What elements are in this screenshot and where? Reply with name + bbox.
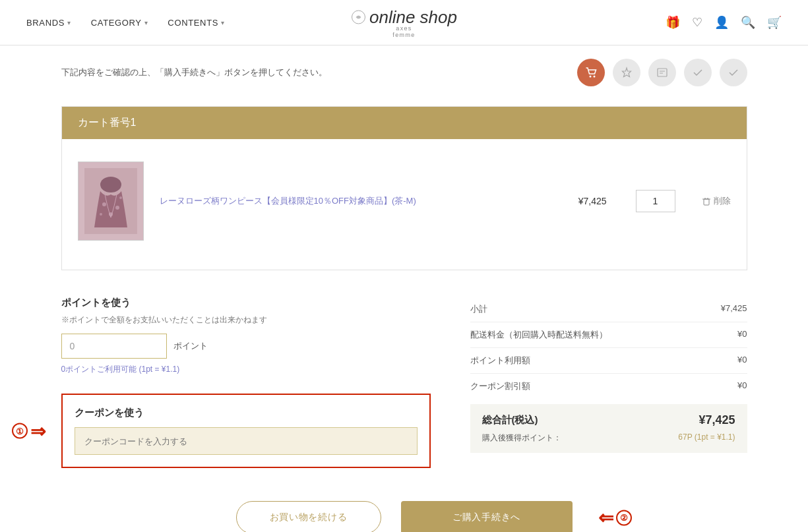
step-1-cart — [577, 59, 605, 86]
points-note: ※ポイントで全額をお支払いいただくことは出来かねます — [61, 314, 431, 326]
points-title: ポイントを使う — [61, 297, 431, 309]
cart-item-details: レーヌローズ柄ワンピース【会員様限定10％OFF対象商品】(茶-M) — [160, 194, 551, 208]
summary-row-coupon: クーポン割引額 ¥0 — [470, 374, 747, 399]
points-unit-label: ポイント — [173, 340, 208, 352]
left-panel: ポイントを使う ※ポイントで全額をお支払いいただくことは出来かねます ポイント … — [61, 297, 431, 468]
brands-chevron-icon: ▾ — [67, 19, 71, 26]
summary-points-row: 購入後獲得ポイント： 67P (1pt = ¥1.1) — [482, 432, 735, 444]
cart-item-quantity — [636, 190, 675, 212]
logo-icon — [351, 10, 365, 24]
annotation-1: ① ⇒ — [12, 420, 46, 442]
nav-category[interactable]: CATEGORY ▾ — [91, 18, 148, 28]
svg-point-11 — [100, 213, 102, 216]
gift-icon[interactable]: 🎁 — [666, 15, 680, 30]
product-image — [78, 162, 144, 241]
action-buttons: お買い物を続ける ご購入手続きへ ⇐ ② — [61, 501, 747, 532]
site-logo[interactable]: online shop axes femme — [351, 7, 457, 38]
svg-point-1 — [589, 76, 591, 78]
bottom-panels: ポイントを使う ※ポイントで全額をお支払いいただくことは出来かねます ポイント … — [61, 297, 747, 468]
checkout-info-text: 下記内容をご確認の上、「購入手続きへ」ボタンを押してください。 — [61, 67, 327, 78]
coupon-title: クーポンを使う — [75, 407, 418, 419]
checkout-btn-wrapper: ご購入手続きへ ⇐ ② — [401, 501, 573, 532]
svg-point-9 — [115, 206, 119, 210]
summary-total-label: 総合計(税込) — [482, 414, 538, 427]
cart-item-price: ¥7,425 — [567, 196, 620, 206]
annotation-2-circle: ② — [616, 510, 632, 525]
step-2 — [613, 59, 640, 86]
annotation-1-circle: ① — [12, 423, 28, 439]
svg-point-10 — [109, 212, 113, 216]
right-panel: 小計 ¥7,425 配送料金（初回購入時配送料無料） ¥0 ポイント利用額 ¥0… — [470, 297, 747, 468]
cart-item: レーヌローズ柄ワンピース【会員様限定10％OFF対象商品】(茶-M) ¥7,42… — [78, 155, 731, 254]
cart-header: カート番号1 — [62, 107, 747, 139]
svg-point-8 — [102, 202, 106, 206]
summary-total-row: 総合計(税込) ¥7,425 — [482, 413, 735, 427]
cart-number: カート番号1 — [78, 117, 137, 128]
annotation-2-arrow: ⇐ — [598, 507, 613, 529]
cart-icon[interactable]: 🛒 — [767, 15, 782, 30]
coupon-outer: ① ⇒ クーポンを使う — [61, 394, 431, 468]
svg-point-2 — [593, 76, 595, 78]
delete-label: 削除 — [714, 195, 731, 207]
logo-text: online shop — [369, 7, 457, 28]
main-content: 下記内容をご確認の上、「購入手続きへ」ボタンを押してください。 — [35, 45, 774, 532]
points-input[interactable] — [61, 334, 167, 359]
annotation-1-arrow: ⇒ — [30, 420, 46, 442]
summary-total-section: 総合計(税込) ¥7,425 購入後獲得ポイント： 67P (1pt = ¥1.… — [470, 404, 747, 453]
quantity-input[interactable] — [636, 190, 675, 212]
svg-point-12 — [119, 196, 122, 199]
continue-shopping-button[interactable]: お買い物を続ける — [236, 501, 381, 532]
search-icon[interactable]: 🔍 — [741, 15, 755, 30]
svg-point-7 — [100, 177, 121, 192]
checkout-steps — [577, 59, 747, 86]
step-3 — [648, 59, 676, 86]
step2-icon — [621, 67, 633, 78]
user-icon[interactable]: 👤 — [714, 15, 729, 30]
category-chevron-icon: ▾ — [144, 19, 148, 26]
coupon-section: クーポンを使う — [61, 394, 431, 468]
summary-row-shipping: 配送料金（初回購入時配送料無料） ¥0 — [470, 322, 747, 348]
step-5 — [720, 59, 747, 86]
summary-rows: 小計 ¥7,425 配送料金（初回購入時配送料無料） ¥0 ポイント利用額 ¥0… — [470, 297, 747, 399]
site-header: BRANDS ▾ CATEGORY ▾ CONTENTS ▾ online sh… — [0, 0, 808, 45]
delete-button[interactable]: 削除 — [702, 195, 731, 207]
checkout-button[interactable]: ご購入手続きへ — [401, 501, 573, 532]
coupon-input[interactable] — [75, 427, 418, 455]
summary-total-value: ¥7,425 — [699, 413, 735, 427]
nav-brands[interactable]: BRANDS ▾ — [26, 18, 71, 28]
cart-section: カート番号1 — [61, 106, 747, 270]
cart-body: レーヌローズ柄ワンピース【会員様限定10％OFF対象商品】(茶-M) ¥7,42… — [62, 139, 747, 270]
cart-step-icon — [584, 66, 598, 79]
checkout-info-bar: 下記内容をご確認の上、「購入手続きへ」ボタンを押してください。 — [61, 59, 747, 86]
svg-rect-13 — [704, 199, 709, 205]
cart-item-name[interactable]: レーヌローズ柄ワンピース【会員様限定10％OFF対象商品】(茶-M) — [160, 196, 416, 206]
summary-points-value: 67P (1pt = ¥1.1) — [678, 432, 735, 444]
step3-icon — [656, 67, 668, 78]
main-nav: BRANDS ▾ CATEGORY ▾ CONTENTS ▾ — [26, 18, 225, 28]
step-4 — [684, 59, 712, 86]
svg-rect-3 — [658, 69, 667, 76]
step4-icon — [692, 67, 704, 78]
summary-points-label: 購入後獲得ポイント： — [482, 432, 561, 444]
annotation-2: ⇐ ② — [598, 507, 632, 529]
summary-row-points-used: ポイント利用額 ¥0 — [470, 348, 747, 374]
nav-contents[interactable]: CONTENTS ▾ — [168, 18, 224, 28]
points-available-text: 0ポイントご利用可能 (1pt = ¥1.1) — [61, 364, 431, 375]
contents-chevron-icon: ▾ — [221, 19, 225, 26]
points-input-row: ポイント — [61, 334, 431, 359]
trash-icon — [702, 196, 711, 206]
heart-icon[interactable]: ♡ — [692, 15, 702, 30]
header-icon-group: 🎁 ♡ 👤 🔍 🛒 — [666, 15, 782, 30]
product-image-svg — [84, 168, 137, 234]
step5-icon — [728, 67, 739, 78]
summary-row-subtotal: 小計 ¥7,425 — [470, 297, 747, 322]
